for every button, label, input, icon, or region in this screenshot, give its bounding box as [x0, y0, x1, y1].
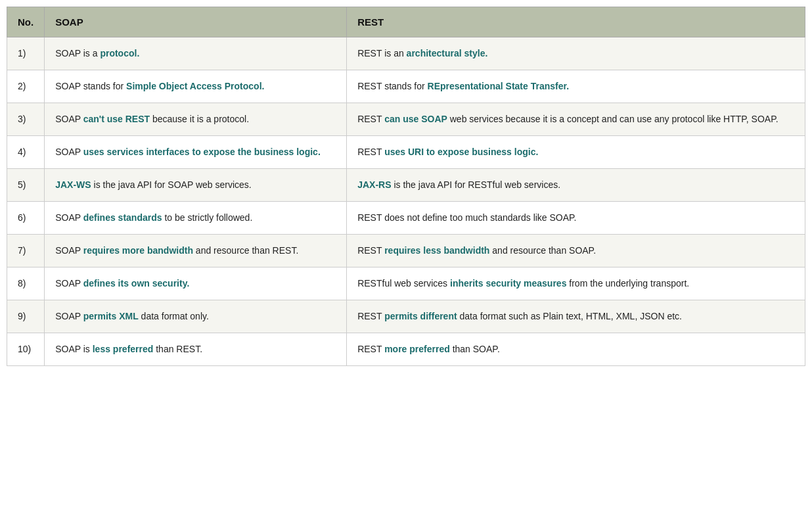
cell-no: 5): [7, 169, 45, 202]
cell-rest: REST does not define too much standards …: [347, 202, 805, 235]
table-row: 1)SOAP is a protocol.REST is an architec…: [7, 37, 805, 70]
cell-no: 2): [7, 70, 45, 103]
table-row: 4)SOAP uses services interfaces to expos…: [7, 136, 805, 169]
table-row: 7)SOAP requires more bandwidth and resou…: [7, 235, 805, 268]
cell-rest: REST is an architectural style.: [347, 37, 805, 70]
cell-soap: JAX-WS is the java API for SOAP web serv…: [45, 169, 347, 202]
cell-no: 4): [7, 136, 45, 169]
cell-rest: REST requires less bandwidth and resourc…: [347, 235, 805, 268]
table-row: 10)SOAP is less preferred than REST.REST…: [7, 333, 805, 366]
cell-rest: REST can use SOAP web services because i…: [347, 103, 805, 136]
cell-no: 8): [7, 268, 45, 300]
cell-soap: SOAP stands for Simple Object Access Pro…: [45, 70, 347, 103]
cell-rest: REST uses URI to expose business logic.: [347, 136, 805, 169]
cell-no: 3): [7, 103, 45, 136]
table-row: 3)SOAP can't use REST because it is a pr…: [7, 103, 805, 136]
cell-no: 7): [7, 235, 45, 268]
cell-soap: SOAP requires more bandwidth and resourc…: [45, 235, 347, 268]
table-row: 9)SOAP permits XML data format only.REST…: [7, 300, 805, 333]
header-rest: REST: [347, 7, 805, 37]
table-row: 2)SOAP stands for Simple Object Access P…: [7, 70, 805, 103]
soap-rest-comparison-table: No. SOAP REST 1)SOAP is a protocol.REST …: [7, 7, 805, 366]
cell-soap: SOAP can't use REST because it is a prot…: [45, 103, 347, 136]
header-no: No.: [7, 7, 45, 37]
cell-soap: SOAP defines its own security.: [45, 268, 347, 300]
cell-soap: SOAP uses services interfaces to expose …: [45, 136, 347, 169]
cell-soap: SOAP permits XML data format only.: [45, 300, 347, 333]
cell-soap: SOAP is less preferred than REST.: [45, 333, 347, 366]
cell-rest: JAX-RS is the java API for RESTful web s…: [347, 169, 805, 202]
table-row: 5)JAX-WS is the java API for SOAP web se…: [7, 169, 805, 202]
cell-rest: REST more preferred than SOAP.: [347, 333, 805, 366]
cell-no: 6): [7, 202, 45, 235]
cell-soap: SOAP is a protocol.: [45, 37, 347, 70]
cell-rest: RESTful web services inherits security m…: [347, 268, 805, 300]
cell-no: 10): [7, 333, 45, 366]
table-row: 8)SOAP defines its own security.RESTful …: [7, 268, 805, 300]
cell-rest: REST permits different data format such …: [347, 300, 805, 333]
cell-soap: SOAP defines standards to be strictly fo…: [45, 202, 347, 235]
table-row: 6)SOAP defines standards to be strictly …: [7, 202, 805, 235]
header-soap: SOAP: [45, 7, 347, 37]
cell-rest: REST stands for REpresentational State T…: [347, 70, 805, 103]
cell-no: 9): [7, 300, 45, 333]
table-header-row: No. SOAP REST: [7, 7, 805, 37]
comparison-table-wrapper: No. SOAP REST 1)SOAP is a protocol.REST …: [0, 0, 812, 512]
cell-no: 1): [7, 37, 45, 70]
